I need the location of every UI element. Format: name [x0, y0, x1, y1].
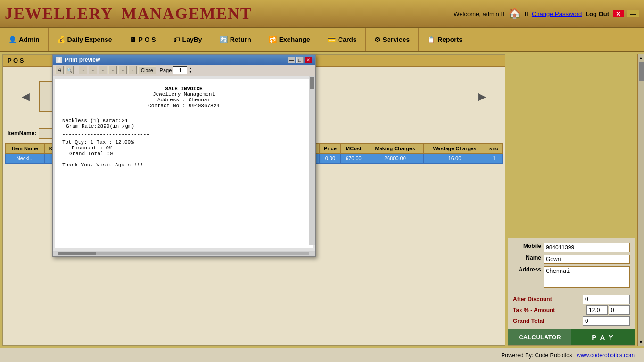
website-link[interactable]: www.coderobotics.com: [577, 352, 635, 359]
col-mcost: MCost: [341, 144, 366, 154]
cell-price: 0.00: [320, 154, 341, 164]
daily-expense-icon: 💰: [57, 36, 65, 43]
toolbar-search-btn[interactable]: 🔍: [65, 66, 74, 74]
toolbar-btn6[interactable]: ▫: [128, 66, 137, 74]
invoice-discount: Discount : 0%: [72, 145, 305, 151]
invoice-grand-total: Grand Total :0: [69, 151, 305, 156]
invoice-tot-qty: Tot Qty: 1 Tax : 12.00%: [62, 140, 305, 145]
mobile-input[interactable]: [544, 243, 630, 252]
cell-wastage-charges: 16.00: [424, 154, 486, 164]
col-sno: sno: [486, 144, 502, 154]
invoice-address: Address : Chennai: [62, 97, 305, 103]
itemname-label: ItemName:: [8, 130, 36, 137]
toolbar-btn4[interactable]: ▫: [108, 66, 117, 74]
page-label: Page: [160, 67, 172, 73]
dialog-titlebar: 🖨 Print preview — □ ✕: [53, 55, 315, 65]
address-input[interactable]: Chennai: [544, 266, 630, 288]
nav-pos[interactable]: 🖥 P O S: [121, 28, 165, 51]
after-discount-input[interactable]: [583, 295, 630, 304]
exchange-icon: 🔁: [269, 36, 277, 43]
summary-panel: Mobile Name Address Chennai After Discou…: [508, 238, 635, 346]
tax-amount-input[interactable]: [609, 305, 630, 315]
toolbar-print-btn[interactable]: 🖨: [55, 66, 64, 74]
toolbar-btn3[interactable]: ▫: [99, 66, 107, 74]
cell-making-charges: 26800.00: [366, 154, 424, 164]
nav-services-label: Services: [383, 36, 410, 43]
logout-link[interactable]: Log Out: [586, 10, 609, 17]
invoice-item-line: Neckless (1) Karat:24: [62, 118, 305, 123]
dialog-title-left: 🖨 Print preview: [56, 57, 100, 63]
tax-row: Tax % - Amount: [513, 305, 630, 315]
invoice-gram-rate: Gram Rate:2890(in /gm): [66, 123, 305, 129]
main-content: P O S ◀ Neckless: [0, 52, 644, 348]
grand-total-input[interactable]: [583, 316, 630, 326]
invoice-thank-you: Thank You. Visit Again !!!: [62, 162, 305, 168]
nav-daily-expense[interactable]: 💰 Daily Expense: [49, 28, 121, 51]
close-button[interactable]: Close: [138, 66, 156, 74]
window-minimize-icon[interactable]: —: [627, 10, 639, 17]
admin-icon: 👤: [8, 36, 17, 43]
toolbar-btn1[interactable]: ▫: [79, 66, 87, 74]
navbar: 👤 Admin 💰 Daily Expense 🖥 P O S 🏷 LayBy …: [0, 28, 644, 52]
pay-button[interactable]: P A Y: [571, 329, 635, 345]
dialog-vscroll-thumb: [310, 77, 314, 89]
grand-total-label: Grand Total: [513, 318, 544, 324]
title-jewellery: Jewellery: [5, 5, 113, 22]
nav-reports[interactable]: 📋 Reports: [419, 28, 471, 51]
dialog-close-btn[interactable]: ✕: [305, 57, 312, 63]
scroll-down-arrow[interactable]: ▼: [639, 339, 644, 345]
calculator-button[interactable]: CALCULATOR: [508, 329, 571, 345]
right-panel-container: Mobile Name Address Chennai After Discou…: [508, 54, 635, 346]
toolbar-btn2[interactable]: ▫: [89, 66, 97, 74]
dialog-app-icon: 🖨: [56, 57, 62, 63]
powered-by-text: Powered By: Code Robotics: [501, 352, 572, 359]
nav-exchange-label: Exchange: [279, 36, 310, 43]
col-item-name: Item Name: [6, 144, 45, 154]
dialog-minimize-btn[interactable]: —: [288, 57, 295, 63]
col-making-charges: Making Charges: [366, 144, 424, 154]
cell-mcost: 670.00: [341, 154, 366, 164]
name-label: Name: [513, 255, 541, 261]
name-input[interactable]: [544, 255, 630, 264]
nav-services[interactable]: ⚙ Services: [366, 28, 419, 51]
left-arrow[interactable]: ◀: [22, 90, 30, 103]
invoice-separator: ----------------------------: [62, 132, 305, 137]
nav-return-label: Return: [230, 36, 251, 43]
address-row: Address Chennai: [513, 266, 630, 288]
welcome-text: Welcome, admin II: [454, 10, 504, 17]
right-arrow[interactable]: ▶: [478, 90, 486, 103]
dialog-restore-btn[interactable]: □: [296, 57, 304, 63]
after-discount-row: After Discount: [513, 295, 630, 304]
right-panel-top: [508, 54, 635, 238]
title-management: Management: [122, 5, 252, 22]
invoice-content: SALE INVOICE Jewellery Management Addres…: [55, 79, 313, 248]
change-password-link[interactable]: Change Password: [532, 10, 582, 17]
nav-cards[interactable]: 💳 Cards: [319, 28, 366, 51]
scroll-up-arrow[interactable]: ▲: [639, 55, 644, 60]
invoice-company: Jewellery Management: [62, 91, 305, 97]
nav-exchange[interactable]: 🔁 Exchange: [260, 28, 319, 51]
page-input[interactable]: [173, 66, 187, 74]
print-dialog: 🖨 Print preview — □ ✕ 🖨 🔍 ▫ ▫ ▫ ▫ ▫ ▫ Cl…: [52, 54, 316, 257]
nav-admin[interactable]: 👤 Admin: [0, 28, 49, 51]
pos-title: P O S: [8, 57, 24, 64]
mobile-row: Mobile: [513, 243, 630, 252]
nav-layby[interactable]: 🏷 LayBy: [165, 28, 211, 51]
nav-return[interactable]: 🔄 Return: [211, 28, 260, 51]
tax-percent-input[interactable]: [586, 305, 608, 315]
cards-icon: 💳: [328, 36, 336, 43]
window-close-icon[interactable]: ✕: [613, 10, 624, 17]
separator-text: II: [525, 10, 528, 17]
nav-daily-expense-label: Daily Expense: [67, 36, 112, 43]
dialog-title-text: Print preview: [65, 57, 100, 63]
page-spinner[interactable]: ▲ ▼: [189, 66, 192, 74]
header: Jewellery Management Welcome, admin II 🏠…: [0, 0, 644, 28]
hscroll-thumb: [58, 252, 96, 255]
dialog-hscrollbar[interactable]: [53, 251, 315, 256]
cell-item-name: Neckl...: [6, 154, 45, 164]
after-discount-label: After Discount: [513, 296, 552, 303]
toolbar-btn5[interactable]: ▫: [118, 66, 127, 74]
header-right: Welcome, admin II 🏠 II Change Password L…: [454, 8, 639, 20]
dialog-vscrollbar[interactable]: [309, 76, 315, 245]
main-scrollbar[interactable]: ▲ ▼: [637, 54, 644, 346]
